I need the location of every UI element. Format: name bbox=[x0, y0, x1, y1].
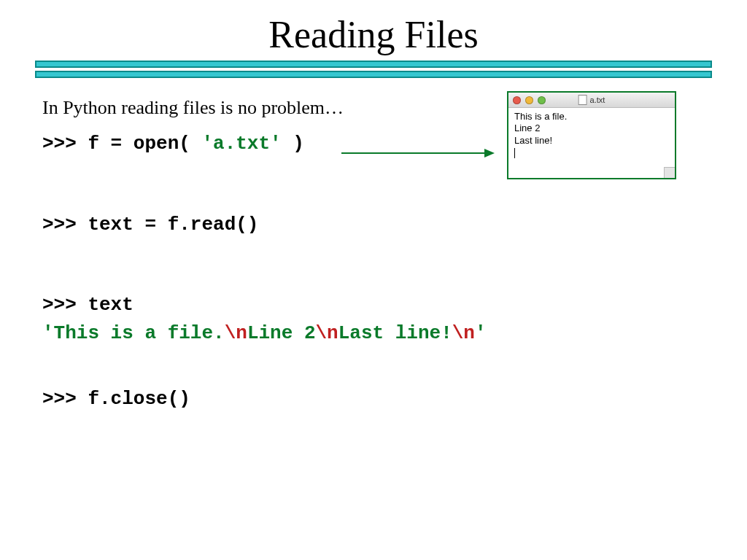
window-filename: a.txt bbox=[590, 96, 605, 104]
window-title: a.txt bbox=[578, 95, 605, 105]
result-part: This is a file. bbox=[54, 322, 225, 344]
traffic-light-minimize-icon bbox=[525, 96, 533, 104]
traffic-light-zoom-icon bbox=[538, 96, 546, 104]
string-literal: 'a.txt' bbox=[201, 133, 281, 155]
document-icon bbox=[578, 95, 587, 105]
file-line: Last line! bbox=[514, 135, 669, 147]
escape-sequence: \n bbox=[316, 322, 338, 344]
result-part: Line 2 bbox=[247, 322, 316, 344]
title-divider bbox=[35, 61, 712, 78]
code-line-close: >>> f.close() bbox=[42, 387, 705, 411]
svg-marker-1 bbox=[484, 149, 495, 158]
escape-sequence: \n bbox=[225, 322, 247, 344]
text-file-window: a.txt This is a file. Line 2 Last line! bbox=[507, 91, 676, 179]
text-cursor-icon bbox=[514, 148, 515, 158]
arrow-icon bbox=[341, 146, 495, 160]
traffic-light-close-icon bbox=[513, 96, 521, 104]
window-titlebar: a.txt bbox=[508, 93, 675, 108]
code-line-result: 'This is a file.\nLine 2\nLast line!\n' bbox=[42, 322, 705, 346]
file-line: This is a file. bbox=[514, 111, 669, 122]
file-contents: This is a file. Line 2 Last line! bbox=[508, 108, 675, 178]
code-line-echo: >>> text bbox=[42, 293, 705, 317]
quote: ' bbox=[475, 322, 487, 344]
escape-sequence: \n bbox=[452, 322, 475, 344]
slide-content: In Python reading files is no problem… >… bbox=[0, 88, 747, 411]
file-line: Line 2 bbox=[514, 122, 669, 134]
close-paren: ) bbox=[282, 133, 304, 155]
resize-grip-icon bbox=[664, 167, 675, 178]
quote: ' bbox=[42, 322, 54, 344]
slide-title: Reading Files bbox=[0, 13, 747, 56]
code-line-read: >>> text = f.read() bbox=[42, 213, 705, 237]
result-part: Last line! bbox=[338, 322, 452, 344]
prompt: >>> f = open( bbox=[42, 133, 201, 155]
